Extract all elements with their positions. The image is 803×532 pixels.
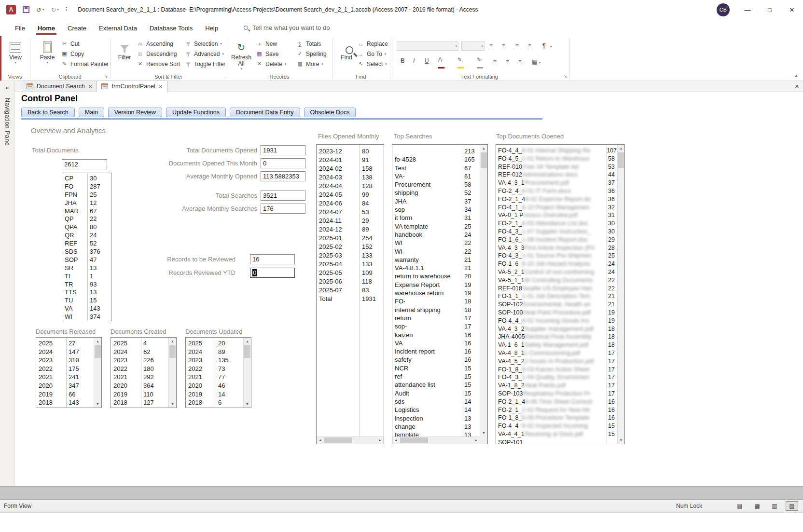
list-item[interactable]: FO-1_1_1-01 Job Description Tem 21	[496, 292, 617, 300]
list-item[interactable]: WI- 22	[392, 247, 479, 256]
form-view-icon[interactable]: ▤	[734, 501, 746, 511]
vertical-scrollbar[interactable]: ▲ ▼	[480, 145, 487, 437]
list-item[interactable]: inspection 13	[392, 414, 479, 423]
list-item[interactable]: 2023 135	[186, 356, 243, 365]
list-item[interactable]: 2019 66	[36, 390, 93, 399]
redo-button[interactable]: ↻▾	[51, 6, 58, 14]
list-item[interactable]: TR 93	[62, 281, 111, 289]
close-tab-icon[interactable]: ✕	[159, 84, 163, 89]
spelling-button[interactable]: ✓Spelling	[296, 50, 327, 58]
advanced-button[interactable]: Advanced▾	[184, 50, 225, 58]
stat-value[interactable]: 3521	[261, 191, 305, 201]
align-center-icon[interactable]: ≡	[506, 58, 509, 65]
list-item[interactable]: FO-4_5_2-01 Return to Warehous 58	[496, 155, 617, 163]
stat-value[interactable]: 1931	[261, 145, 305, 155]
new-record-button[interactable]: +New	[256, 40, 286, 48]
list-item[interactable]: sds 14	[392, 397, 479, 406]
list-item[interactable]: FO-2_1_48-06 Time Sheet Correcti 16	[496, 398, 617, 406]
list-item[interactable]: FO-2_1_8-03 Attendance List.doc 30	[496, 219, 617, 228]
list-item[interactable]: SDS 376	[62, 248, 111, 256]
vertical-scrollbar[interactable]: ▲ ▼	[94, 338, 101, 408]
list-item[interactable]: 2025-04 133	[317, 260, 384, 269]
form-nav-button[interactable]: Version Review	[108, 108, 162, 117]
list-item[interactable]: FO-4_1_8-10 Project Managemen 32	[496, 204, 617, 212]
undo-button[interactable]: ↺▾	[36, 6, 44, 14]
list-item[interactable]: REF-010Free VA Template list 53	[496, 163, 617, 171]
list-item[interactable]: FO-2_4_8-01 IT Form.docx 36	[496, 187, 617, 195]
design-view-icon[interactable]: ▧	[786, 501, 798, 511]
underline-icon[interactable]: U	[425, 57, 429, 64]
list-item[interactable]: FPN 25	[62, 191, 111, 199]
list-item[interactable]: REF-018Seattle US Employee Han 22	[496, 285, 617, 293]
list-item[interactable]: VA-4_3_3First Article Inspection (FA 28	[496, 244, 617, 252]
scrollbar-thumb[interactable]	[324, 437, 352, 443]
ribbon-tab[interactable]: File	[9, 21, 31, 36]
form-nav-button[interactable]: Main	[79, 108, 104, 117]
align-left-icon[interactable]: ≡	[493, 58, 497, 65]
ribbon-tab[interactable]: Help	[199, 21, 224, 36]
font-color-icon[interactable]: A	[438, 56, 444, 70]
list-item[interactable]: FO-4_4_8-02 Incoming Goods Ins 19	[496, 317, 617, 325]
list-item[interactable]: FO-4_4_8-01 Internal Shipping Re 107	[496, 147, 617, 155]
more-button[interactable]: ▦More▾	[296, 60, 327, 68]
list-item[interactable]: VA-4_3_2Supplier management.pdf 18	[496, 325, 617, 333]
list-item[interactable]: VA-4_5_22 Issues in Production.pdf 17	[496, 357, 617, 366]
list-item[interactable]: VA- 61	[392, 172, 479, 180]
list-item[interactable]: 2019 14	[186, 390, 243, 399]
list-item[interactable]: Procurement 58	[392, 180, 479, 189]
ribbon-tab[interactable]: External Data	[93, 21, 143, 36]
scrollbar-thumb[interactable]	[95, 345, 101, 358]
totals-button[interactable]: ∑Totals	[296, 40, 327, 48]
save-record-button[interactable]: ▦Save	[256, 50, 286, 58]
vertical-scrollbar[interactable]: ▲ ▼	[617, 145, 624, 444]
background-color-icon[interactable]: ✎	[477, 56, 483, 70]
replace-button[interactable]: ↔Replace	[357, 40, 388, 48]
list-item[interactable]: WI 374	[62, 313, 111, 321]
select-button[interactable]: ↖Select▾	[357, 60, 388, 68]
list-item[interactable]: FO-1_6_1-09 Incident Report.doc 29	[496, 236, 617, 244]
list-item[interactable]: REF 52	[62, 240, 111, 248]
list-item[interactable]: 2020 46	[186, 382, 243, 390]
font-size-combobox[interactable]: ▾	[461, 41, 485, 51]
list-item[interactable]: 213	[392, 147, 479, 155]
list-item[interactable]: VA-4_4_1Receiving at Dock.pdf 15	[496, 430, 617, 438]
list-item[interactable]: 2023 310	[36, 356, 93, 365]
ribbon-tab[interactable]: Create	[61, 21, 93, 36]
cut-button[interactable]: ✂Cut	[61, 40, 109, 48]
vertical-scrollbar[interactable]: ▲ ▼	[168, 338, 176, 408]
list-item[interactable]: Logistics 14	[392, 406, 479, 414]
list-item[interactable]: FO-4_3_1-01 Source Pre-Shipmen 25	[496, 252, 617, 260]
list-item[interactable]: 2024-12 89	[317, 225, 384, 234]
align-right-icon[interactable]: ≡	[518, 58, 522, 65]
view-button[interactable]: View ▾	[3, 40, 28, 65]
list-item[interactable]: handbook 24	[392, 231, 479, 239]
scroll-down-icon[interactable]: ▼	[244, 400, 251, 408]
list-item[interactable]: 2024-07 53	[317, 208, 384, 217]
list-item[interactable]: 2024-03 138	[317, 173, 384, 182]
ribbon-tab[interactable]: Database Tools	[143, 21, 199, 36]
list-item[interactable]: 2023 226	[111, 356, 168, 365]
scroll-right-icon[interactable]: ►	[472, 437, 480, 444]
scroll-up-icon[interactable]: ▲	[94, 338, 101, 345]
list-item[interactable]: SOP-100Heat Point Procedure.pdf 19	[496, 309, 617, 317]
list-item[interactable]: VA-0_1 Process Overview.pdf 31	[496, 211, 617, 219]
scrollbar-thumb[interactable]	[400, 437, 428, 443]
scrollbar-thumb[interactable]	[618, 152, 624, 168]
goto-button[interactable]: →Go To▾	[357, 50, 388, 58]
italic-icon[interactable]: I	[413, 57, 415, 64]
list-item[interactable]: safety 16	[392, 355, 479, 364]
form-nav-button[interactable]: Obsolete Docs	[304, 108, 356, 117]
list-item[interactable]: FO-1_8_8-03 Kaizen Action Sheet 17	[496, 366, 617, 374]
list-item[interactable]: 2024 147	[36, 348, 93, 356]
list-item[interactable]: 2025-03 133	[317, 251, 384, 260]
tell-me-search[interactable]: Tell me what you want to do	[244, 24, 330, 36]
scroll-up-icon[interactable]: ▲	[244, 338, 251, 345]
list-item[interactable]: 2024-02 158	[317, 164, 384, 173]
scroll-up-icon[interactable]: ▲	[169, 338, 176, 345]
list-item[interactable]: TU 15	[62, 297, 111, 305]
vertical-scrollbar[interactable]: ▲ ▼	[243, 338, 251, 408]
refresh-all-button[interactable]: ↻ Refresh All ▾	[229, 40, 254, 71]
list-item[interactable]: NCR 15	[392, 364, 479, 372]
list-item[interactable]: QR 24	[62, 232, 111, 240]
document-tab[interactable]: Document Search ✕	[22, 81, 97, 92]
